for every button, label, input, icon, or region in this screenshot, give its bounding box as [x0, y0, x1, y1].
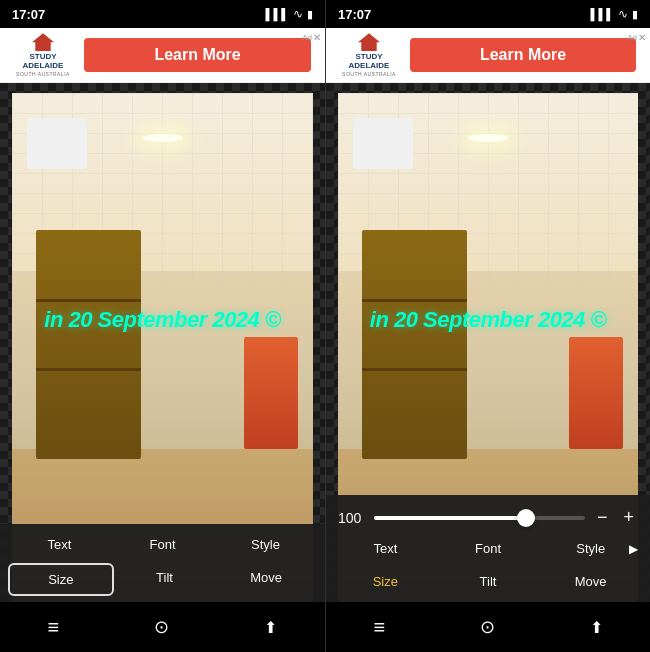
slider-minus-right[interactable]: −	[593, 507, 612, 528]
tilt-btn-left[interactable]: Tilt	[114, 563, 216, 596]
move-btn-right[interactable]: Move	[539, 567, 642, 596]
camera-icon-right[interactable]: ⊙	[480, 616, 495, 638]
content-area-right: in 20 September 2024 © 100 − + Text Font…	[326, 83, 650, 602]
ad-label-left: Ad	[302, 33, 312, 42]
close-icon-right[interactable]: ✕	[638, 32, 646, 43]
toolbar-left: Text Font Style Size Tilt Move	[0, 524, 325, 602]
signal-icon-left: ▌▌▌	[266, 8, 289, 20]
ad-banner-left: StudyADELAIDE SOUTH AUSTRALIA Learn More…	[0, 28, 325, 83]
battery-icon-left: ▮	[307, 8, 313, 21]
ac-unit-left	[27, 118, 87, 169]
red-container-right	[569, 337, 623, 449]
slider-plus-right[interactable]: +	[619, 507, 638, 528]
size-btn-right[interactable]: Size	[334, 567, 437, 596]
style-btn-right[interactable]: Style	[539, 534, 642, 563]
ad-house-icon-left	[32, 33, 54, 51]
content-area-left: in 20 September 2024 © Text Font Style S…	[0, 83, 325, 602]
ad-close-left[interactable]: Ad ✕	[302, 32, 321, 43]
close-icon-left[interactable]: ✕	[313, 32, 321, 43]
shelf-right	[362, 230, 467, 459]
shelf-line-2-left	[36, 368, 141, 371]
ad-cta-right[interactable]: Learn More	[410, 38, 636, 72]
text-btn-left[interactable]: Text	[8, 530, 111, 559]
toolbar-row-1-left: Text Font Style	[8, 530, 317, 559]
slider-row-right: 100 − +	[334, 501, 642, 534]
status-icons-left: ▌▌▌ ∿ ▮	[266, 7, 313, 21]
menu-icon-left[interactable]: ≡	[48, 616, 60, 639]
toolbar-right: 100 − + Text Font Style ▶ Size Tilt Move	[326, 495, 650, 602]
shelf-line-2-right	[362, 368, 467, 371]
chevron-right-icon[interactable]: ▶	[629, 542, 638, 556]
bottom-nav-left: ≡ ⊙ ⬆	[0, 602, 325, 652]
red-container-left	[244, 337, 298, 449]
style-btn-left[interactable]: Style	[214, 530, 317, 559]
ad-logo-subtext-right: SOUTH AUSTRALIA	[342, 71, 396, 77]
status-icons-right: ▌▌▌ ∿ ▮	[591, 7, 638, 21]
share-icon-left[interactable]: ⬆	[264, 618, 277, 637]
toolbar-row-2-left: Size Tilt Move	[8, 563, 317, 596]
status-time-left: 17:07	[12, 7, 45, 22]
ad-logo-left: StudyADELAIDE SOUTH AUSTRALIA	[8, 33, 78, 77]
ad-logo-right: StudyADELAIDE SOUTH AUSTRALIA	[334, 33, 404, 77]
ad-logo-subtext-left: SOUTH AUSTRALIA	[16, 71, 70, 77]
slider-value-right: 100	[338, 510, 366, 526]
right-panel: 17:07 ▌▌▌ ∿ ▮ StudyADELAIDE SOUTH AUSTRA…	[325, 0, 650, 652]
ad-house-icon-right	[358, 33, 380, 51]
move-btn-left[interactable]: Move	[215, 563, 317, 596]
size-btn-left[interactable]: Size	[8, 563, 114, 596]
overlay-text-right: in 20 September 2024 ©	[333, 307, 643, 333]
ac-unit-right	[353, 118, 413, 169]
shelf-line-1-left	[36, 299, 141, 302]
wifi-icon-right: ∿	[618, 7, 628, 21]
ad-label-right: Ad	[627, 33, 637, 42]
ad-close-right[interactable]: Ad ✕	[627, 32, 646, 43]
share-icon-right[interactable]: ⬆	[590, 618, 603, 637]
camera-icon-left[interactable]: ⊙	[154, 616, 169, 638]
shelf-left	[36, 230, 141, 459]
light-fixture-right	[468, 134, 508, 142]
status-bar-right: 17:07 ▌▌▌ ∿ ▮	[326, 0, 650, 28]
signal-icon-right: ▌▌▌	[591, 8, 614, 20]
menu-icon-right[interactable]: ≡	[373, 616, 385, 639]
ad-banner-right: StudyADELAIDE SOUTH AUSTRALIA Learn More…	[326, 28, 650, 83]
battery-icon-right: ▮	[632, 8, 638, 21]
left-panel: 17:07 ▌▌▌ ∿ ▮ StudyADELAIDE SOUTH AUSTRA…	[0, 0, 325, 652]
text-btn-right[interactable]: Text	[334, 534, 437, 563]
bottom-nav-right: ≡ ⊙ ⬆	[326, 602, 650, 652]
font-btn-left[interactable]: Font	[111, 530, 214, 559]
ad-logo-text-left: StudyADELAIDE	[23, 53, 64, 71]
slider-thumb-right[interactable]	[517, 509, 535, 527]
ad-cta-left[interactable]: Learn More	[84, 38, 311, 72]
slider-fill-right	[374, 516, 526, 520]
wifi-icon-left: ∿	[293, 7, 303, 21]
ad-logo-text-right: StudyADELAIDE	[349, 53, 390, 71]
overlay-text-left: in 20 September 2024 ©	[7, 307, 318, 333]
shelf-line-1-right	[362, 299, 467, 302]
light-fixture-left	[143, 134, 183, 142]
tilt-btn-right[interactable]: Tilt	[437, 567, 540, 596]
status-bar-left: 17:07 ▌▌▌ ∿ ▮	[0, 0, 325, 28]
toolbar-row-1-right: Text Font Style ▶	[334, 534, 642, 563]
slider-track-right[interactable]	[374, 516, 585, 520]
toolbar-row-2-right: Size Tilt Move	[334, 567, 642, 596]
status-time-right: 17:07	[338, 7, 371, 22]
font-btn-right[interactable]: Font	[437, 534, 540, 563]
